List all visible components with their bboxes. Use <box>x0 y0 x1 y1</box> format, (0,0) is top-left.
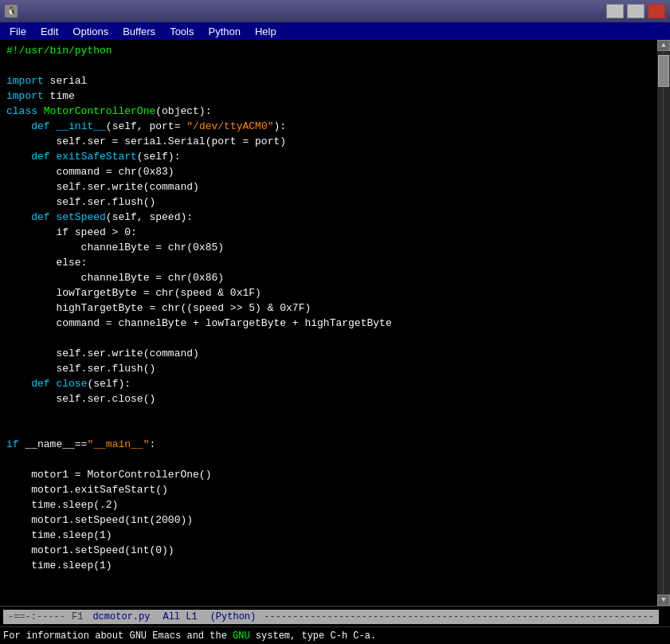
status-bar: -==-:----- F1 dcmotor.py All L1 (Python)… <box>0 606 670 626</box>
window-controls <box>606 4 665 18</box>
status-dashes: ----------------------------------------… <box>264 611 654 622</box>
code-line-blank4 <box>6 422 651 437</box>
maximize-button[interactable] <box>627 4 645 18</box>
menu-bar: File Edit Options Buffers Tools Python H… <box>0 22 670 40</box>
scroll-down-button[interactable]: ▼ <box>657 595 670 606</box>
code-line-exitsafestart: motor1.exitSafeStart() <box>6 482 651 497</box>
code-line-write2: self.ser.write(command) <box>6 346 651 361</box>
code-content[interactable]: #!/usr/bin/python import serial import t… <box>0 40 657 606</box>
code-line-blank1 <box>6 58 651 73</box>
code-line-main: if __name__=="__main__": <box>6 437 651 452</box>
code-line-channel85: channelByte = chr(0x85) <box>6 240 651 255</box>
code-line-hightarget: highTargetByte = chr((speed >> 5) & 0x7F… <box>6 300 651 316</box>
menu-buffers[interactable]: Buffers <box>116 24 162 39</box>
code-line-close-body: self.ser.close() <box>6 391 651 406</box>
code-line-ser: self.ser = serial.Serial(port = port) <box>6 134 651 149</box>
info-text-part2: system, type C-h C-a. <box>250 630 376 642</box>
info-text: For information about GNU Emacs and the … <box>3 630 376 642</box>
code-line-flush2: self.ser.flush() <box>6 361 651 376</box>
menu-file[interactable]: File <box>3 24 33 39</box>
code-line-if: if speed > 0: <box>6 225 651 240</box>
menu-python[interactable]: Python <box>202 24 246 39</box>
info-text-part1: For information about GNU Emacs and the <box>3 630 233 642</box>
scroll-up-button[interactable]: ▲ <box>657 40 670 51</box>
code-line-channel86: channelByte = chr(0x86) <box>6 270 651 285</box>
status-separator: -==-:----- <box>8 611 65 622</box>
code-line-setspeed2000: motor1.setSpeed(int(2000)) <box>6 512 651 528</box>
code-line-sleep1: time.sleep(.2) <box>6 497 651 512</box>
menu-tools[interactable]: Tools <box>163 24 200 39</box>
scroll-line <box>663 51 664 595</box>
code-line-shebang: #!/usr/bin/python <box>6 43 651 58</box>
code-line-motor1: motor1 = MotorControllerOne() <box>6 467 651 482</box>
code-line-blank2 <box>6 331 651 346</box>
minimize-button[interactable] <box>606 4 624 18</box>
info-gnu: GNU <box>233 630 250 642</box>
status-info: -==-:----- F1 dcmotor.py All L1 (Python)… <box>3 610 659 624</box>
close-button[interactable] <box>648 4 665 18</box>
code-line-class: class MotorControllerOne(object): <box>6 104 651 119</box>
code-line-exit-def: def exitSafeStart(self): <box>6 149 651 164</box>
status-f1: F1 <box>72 611 83 622</box>
app-icon: 🐧 <box>5 5 18 18</box>
status-filename: dcmotor.py <box>92 611 150 622</box>
code-line-setspeed0: motor1.setSpeed(int(0)) <box>6 543 651 558</box>
status-mode: (Python) <box>210 611 257 622</box>
menu-help[interactable]: Help <box>249 24 283 39</box>
app-window: 🐧 File Edit Options Buffers Tools Python… <box>0 0 670 644</box>
title-bar: 🐧 <box>0 0 670 22</box>
scrollbar[interactable]: ▲ ▼ <box>657 40 670 606</box>
code-line-init: def __init__(self, port= "/dev/ttyACM0")… <box>6 119 651 134</box>
code-line-write1: self.ser.write(command) <box>6 179 651 194</box>
code-line-flush1: self.ser.flush() <box>6 194 651 210</box>
code-line-sleep3: time.sleep(1) <box>6 558 651 573</box>
scroll-thumb[interactable] <box>658 55 669 87</box>
status-position: All L1 <box>163 611 197 622</box>
code-line-import1: import serial <box>6 73 651 88</box>
code-line-command2: command = channelByte + lowTargetByte + … <box>6 316 651 331</box>
editor-area: #!/usr/bin/python import serial import t… <box>0 40 670 606</box>
code-line-else: else: <box>6 255 651 270</box>
info-bar: For information about GNU Emacs and the … <box>0 626 670 644</box>
menu-options[interactable]: Options <box>66 24 115 39</box>
code-line-import2: import time <box>6 88 651 104</box>
code-line-blank5 <box>6 452 651 467</box>
code-line-sleep2: time.sleep(1) <box>6 528 651 543</box>
code-line-command1: command = chr(0x83) <box>6 164 651 179</box>
code-line-lowtarget: lowTargetByte = chr(speed & 0x1F) <box>6 285 651 300</box>
code-line-setspeed-def: def setSpeed(self, speed): <box>6 210 651 225</box>
scroll-track[interactable] <box>657 51 670 595</box>
code-line-blank3 <box>6 406 651 422</box>
menu-edit[interactable]: Edit <box>34 24 65 39</box>
code-line-close-def: def close(self): <box>6 376 651 391</box>
